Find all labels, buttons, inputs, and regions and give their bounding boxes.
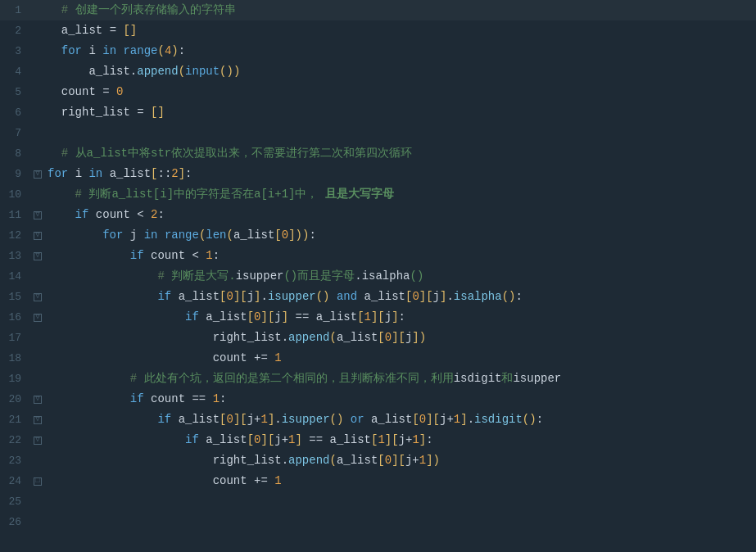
code-content: count += 1 <box>44 348 756 369</box>
code-content: if a_list[0][j] == a_list[1][j]: <box>44 307 756 328</box>
code-line: 1 # 创建一个列表存储输入的字符串 <box>0 0 756 20</box>
code-content: for i in a_list[::2]: <box>44 164 756 184</box>
line-number: 19 <box>0 369 31 389</box>
code-line: 3 for i in range(4): <box>0 41 756 61</box>
line-number: 6 <box>0 102 31 123</box>
code-content: # 判断a_list[i]中的字符是否在a[i+1]中， 且是大写字母 <box>44 184 756 205</box>
code-line: 4 a_list.append(input()) <box>0 61 756 82</box>
line-number: 24 <box>0 471 31 491</box>
code-line: 12 ▽ for j in range(len(a_list[0])): <box>0 225 756 246</box>
line-number: 5 <box>0 82 31 102</box>
code-line: 6 right_list = [] <box>0 102 756 123</box>
line-number: 22 <box>0 430 31 450</box>
line-number: 25 <box>0 491 31 512</box>
code-content: for i in range(4): <box>44 41 756 61</box>
fold-gutter-foldable[interactable]: ▽ <box>31 211 44 219</box>
code-content: count = 0 <box>44 82 756 102</box>
line-number: 18 <box>0 348 31 369</box>
code-content: if a_list[0][j].isupper() and a_list[0][… <box>44 287 756 307</box>
line-number: 16 <box>0 307 31 328</box>
code-line: 14 # 判断是大写.isupper()而且是字母.isalpha() <box>0 266 756 287</box>
code-line: 9 ▽ for i in a_list[::2]: <box>0 164 756 184</box>
fold-gutter-foldable[interactable]: □ <box>31 477 44 486</box>
code-editor: 1 # 创建一个列表存储输入的字符串 2 a_list = [] 3 for i… <box>0 0 756 552</box>
code-content: right_list.append(a_list[0][j]) <box>44 328 756 348</box>
code-content: if a_list[0][j+1] == a_list[1][j+1]: <box>44 430 756 450</box>
code-content: if a_list[0][j+1].isupper() or a_list[0]… <box>44 409 756 430</box>
line-number: 12 <box>0 225 31 246</box>
line-number: 20 <box>0 389 31 409</box>
code-line: 10 # 判断a_list[i]中的字符是否在a[i+1]中， 且是大写字母 <box>0 184 756 205</box>
fold-gutter-foldable[interactable]: ▽ <box>31 252 44 260</box>
code-content: a_list.append(input()) <box>44 61 756 82</box>
code-line: 17 right_list.append(a_list[0][j]) <box>0 328 756 348</box>
line-number: 17 <box>0 328 31 348</box>
code-content: a_list = [] <box>44 20 756 41</box>
code-line: 5 count = 0 <box>0 82 756 102</box>
fold-gutter-foldable[interactable]: ▽ <box>31 396 44 404</box>
code-line: 19 # 此处有个坑，返回的是第二个相同的，且判断标准不同，利用isdigit和… <box>0 369 756 389</box>
fold-gutter-foldable[interactable]: ▽ <box>31 314 44 322</box>
code-content: # 判断是大写.isupper()而且是字母.isalpha() <box>44 266 756 287</box>
line-number: 15 <box>0 287 31 307</box>
code-line: 25 <box>0 491 756 512</box>
code-line: 18 count += 1 <box>0 348 756 369</box>
line-number: 14 <box>0 266 31 287</box>
code-content: if count == 1: <box>44 389 756 409</box>
code-line: 26 <box>0 512 756 532</box>
code-line: 7 <box>0 123 756 143</box>
fold-gutter-foldable[interactable]: ▽ <box>31 293 44 301</box>
code-content: right_list.append(a_list[0][j+1]) <box>44 450 756 471</box>
code-line: 2 a_list = [] <box>0 20 756 41</box>
code-line: 11 ▽ if count < 2: <box>0 205 756 225</box>
code-line: 15 ▽ if a_list[0][j].isupper() and a_lis… <box>0 287 756 307</box>
line-number: 21 <box>0 409 31 430</box>
fold-gutter-foldable[interactable]: ▽ <box>31 416 44 424</box>
line-number: 3 <box>0 41 31 61</box>
code-line: 8 # 从a_list中将str依次提取出来，不需要进行第二次和第四次循环 <box>0 143 756 164</box>
line-number: 2 <box>0 20 31 41</box>
line-number: 26 <box>0 512 31 532</box>
line-number: 10 <box>0 184 31 205</box>
code-content: # 此处有个坑，返回的是第二个相同的，且判断标准不同，利用isdigit和isu… <box>44 369 756 389</box>
line-number: 9 <box>0 164 31 184</box>
fold-gutter-foldable[interactable]: ▽ <box>31 437 44 445</box>
code-content: # 从a_list中将str依次提取出来，不需要进行第二次和第四次循环 <box>44 143 756 164</box>
code-content: right_list = [] <box>44 102 756 123</box>
line-number: 7 <box>0 123 31 143</box>
code-line: 24 □ count += 1 <box>0 471 756 491</box>
code-content: # 创建一个列表存储输入的字符串 <box>44 0 756 20</box>
line-number: 13 <box>0 246 31 266</box>
code-line: 13 ▽ if count < 1: <box>0 246 756 266</box>
code-line: 23 right_list.append(a_list[0][j+1]) <box>0 450 756 471</box>
line-number: 8 <box>0 143 31 164</box>
line-number: 1 <box>0 0 31 20</box>
code-line: 20 ▽ if count == 1: <box>0 389 756 409</box>
code-content: count += 1 <box>44 471 756 491</box>
code-content: if count < 1: <box>44 246 756 266</box>
code-content: for j in range(len(a_list[0])): <box>44 225 756 246</box>
fold-gutter-foldable[interactable]: ▽ <box>31 232 44 240</box>
code-line: 22 ▽ if a_list[0][j+1] == a_list[1][j+1]… <box>0 430 756 450</box>
line-number: 4 <box>0 61 31 82</box>
code-content: if count < 2: <box>44 205 756 225</box>
line-number: 11 <box>0 205 31 225</box>
code-lines: 1 # 创建一个列表存储输入的字符串 2 a_list = [] 3 for i… <box>0 0 756 552</box>
code-line: 21 ▽ if a_list[0][j+1].isupper() or a_li… <box>0 409 756 430</box>
code-line: 16 ▽ if a_list[0][j] == a_list[1][j]: <box>0 307 756 328</box>
line-number: 23 <box>0 450 31 471</box>
fold-gutter-foldable[interactable]: ▽ <box>31 170 44 179</box>
